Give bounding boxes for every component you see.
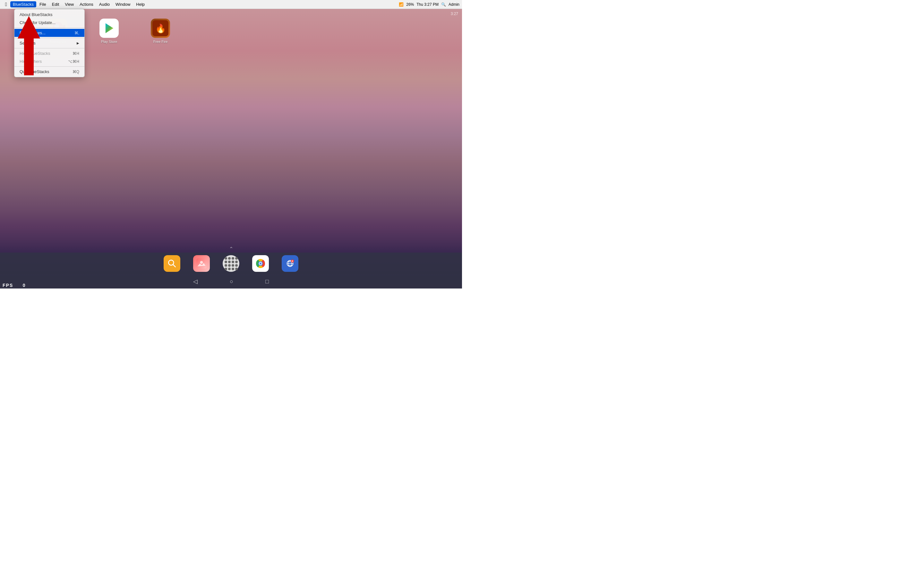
menu-services[interactable]: Services ▶ [15, 39, 84, 47]
separator-3 [15, 48, 84, 48]
menu-quit[interactable]: Quit BlueStacks ⌘Q [15, 68, 84, 76]
dock-all-apps[interactable] [223, 255, 239, 272]
nav-back[interactable]: ◁ [193, 278, 198, 285]
clock-time: Thu 3:27 PM [417, 2, 439, 7]
nav-recents[interactable]: □ [265, 278, 269, 285]
android-nav-bar: ◁ ○ □ [0, 274, 462, 288]
check-update-label: Check for Update... [19, 20, 55, 25]
android-dock [0, 253, 462, 274]
preferences-label: Preferences... [19, 31, 45, 35]
bluestacks-dropdown-menu: About BlueStacks Check for Update... Pre… [14, 9, 85, 77]
menu-actions[interactable]: Actions [77, 1, 96, 7]
free-fire-icon: 🔥 [151, 19, 170, 38]
menu-preferences[interactable]: Preferences... ⌘, [15, 29, 84, 37]
svg-line-5 [173, 265, 176, 267]
svg-marker-1 [105, 23, 113, 33]
menubar:  BlueStacks File Edit View Actions Audi… [0, 0, 462, 9]
hide-label: Hide BlueStacks [19, 51, 50, 56]
play-store-icon [99, 19, 119, 38]
android-time: 3:27 [451, 11, 458, 16]
preferences-shortcut: ⌘, [74, 31, 79, 35]
fps-value: 0 [23, 283, 26, 288]
menu-hide-others[interactable]: Hide Others ⌥⌘H [15, 57, 84, 65]
battery-status: 26% [406, 2, 414, 7]
dock-search[interactable] [164, 255, 180, 272]
dock-chrome[interactable] [252, 255, 269, 272]
menubar-left:  BlueStacks File Edit View Actions Audi… [3, 1, 398, 8]
user-avatar: Admin [449, 2, 459, 7]
quit-label: Quit BlueStacks [19, 69, 49, 74]
show-dock-chevron[interactable]: ⌃ [229, 246, 233, 252]
svg-point-12 [260, 263, 262, 264]
nav-home[interactable]: ○ [230, 278, 233, 285]
menubar-right: 📶 26% Thu 3:27 PM 🔍 Admin [399, 2, 459, 7]
about-label: About BlueStacks [19, 12, 53, 17]
hide-others-label: Hide Others [19, 59, 42, 64]
svg-point-7 [200, 261, 203, 264]
separator-2 [15, 38, 84, 38]
fps-label: FPS [3, 283, 13, 288]
fps-counter: FPS 0 [3, 283, 26, 288]
svg-text:🔥: 🔥 [155, 23, 166, 34]
menu-file[interactable]: File [37, 1, 49, 7]
quit-shortcut: ⌘Q [73, 69, 79, 74]
menu-check-update[interactable]: Check for Update... [15, 19, 84, 27]
menu-about[interactable]: About BlueStacks [15, 11, 84, 19]
menu-hide[interactable]: Hide BlueStacks ⌘H [15, 49, 84, 57]
services-arrow: ▶ [77, 41, 79, 45]
menu-window[interactable]: Window [113, 1, 133, 7]
menu-help[interactable]: Help [134, 1, 147, 7]
play-store-app[interactable]: Play Store [96, 19, 122, 44]
separator-4 [15, 66, 84, 67]
menu-view[interactable]: View [62, 1, 76, 7]
search-icon[interactable]: 🔍 [441, 2, 446, 7]
hide-shortcut: ⌘H [73, 51, 79, 56]
menu-audio[interactable]: Audio [97, 1, 112, 7]
dock-photos[interactable] [193, 255, 210, 272]
free-fire-label: Free Fire [153, 40, 168, 44]
menu-bluestacks[interactable]: BlueStacks [10, 1, 36, 7]
apple-menu[interactable]:  [3, 1, 10, 8]
wifi-icon: 📶 [399, 2, 404, 7]
svg-point-20 [292, 261, 293, 262]
hide-others-shortcut: ⌥⌘H [68, 59, 79, 64]
dock-browser[interactable] [282, 255, 298, 272]
services-label: Services [19, 41, 36, 45]
menu-edit[interactable]: Edit [49, 1, 61, 7]
separator-1 [15, 27, 84, 28]
play-store-label: Play Store [101, 40, 118, 44]
free-fire-app[interactable]: 🔥 Free Fire [148, 19, 173, 44]
